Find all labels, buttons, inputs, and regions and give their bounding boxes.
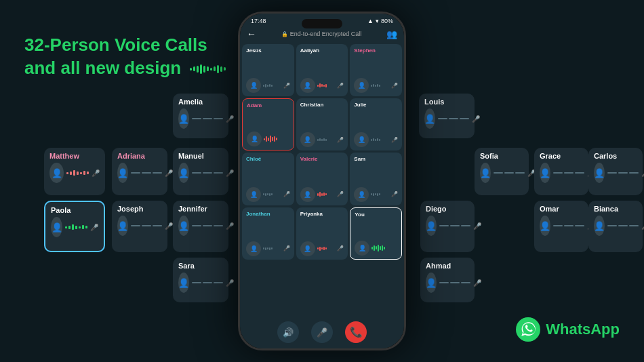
add-participants-icon[interactable]: 👥 xyxy=(386,29,397,39)
phone-frame: 17:48 ▲ ▾ 80% ← 🔒 End-to-end Encrypted C… xyxy=(238,12,406,350)
avatar-priyanka: 👤 xyxy=(300,241,315,256)
mic-icon: 🎤 xyxy=(226,222,234,230)
avatar-christian: 👤 xyxy=(300,132,315,147)
participant-card-valerie: Valerie 👤 🎤 xyxy=(296,153,348,205)
bg-participant-card: Sara👤🎤 xyxy=(173,258,228,302)
bg-participant-name: Manuel xyxy=(178,152,223,160)
whatsapp-brand: WhatsApp xyxy=(516,317,620,342)
bg-participant-card: Joseph👤🎤 xyxy=(112,201,167,252)
bg-participant-name: Diego xyxy=(426,205,469,213)
waveform-adam xyxy=(264,136,289,142)
speaker-button[interactable]: 🔊 xyxy=(277,321,299,343)
participant-name-chloe: Chloé xyxy=(246,156,261,162)
bg-participant-card: Matthew👤🎤 xyxy=(44,148,105,195)
hero-line1: 32-Person Voice Calls xyxy=(24,34,226,57)
bg-participant-card: Sofia👤🎤 xyxy=(475,148,529,195)
hero-waveform xyxy=(190,64,226,74)
bg-participant-card: Paola👤🎤 xyxy=(44,201,105,252)
participant-card-chloe: Chloé 👤 🎤 xyxy=(242,153,294,205)
participant-name-jonathan: Jonathan xyxy=(246,211,270,217)
waveform-valerie xyxy=(317,192,336,197)
mic-icon: 🎤 xyxy=(226,279,234,287)
mic-icon: 🎤 xyxy=(226,169,234,177)
bg-participant-card: Adriana👤🎤 xyxy=(112,148,167,195)
mic-icon: 🎤 xyxy=(165,222,173,230)
mic-icon: 🎤 xyxy=(165,169,173,177)
participant-name-valerie: Valerie xyxy=(300,156,318,162)
bg-participant-name: Grace xyxy=(540,152,583,160)
avatar-aaliyah: 👤 xyxy=(300,78,315,93)
phone-time: 17:48 xyxy=(251,18,266,24)
mic-icon: 🎤 xyxy=(226,115,234,123)
participant-name-aaliyah: Aaliyah xyxy=(300,47,319,54)
waveform-jesus xyxy=(263,84,281,87)
bg-participant-name: Jennifer xyxy=(178,205,223,213)
call-controls: 🔊 🎤 📞 xyxy=(240,316,404,348)
bg-participant-name: Louis xyxy=(424,98,469,106)
lock-icon: 🔒 xyxy=(281,31,288,37)
whatsapp-logo-icon xyxy=(516,317,540,342)
phone-notch xyxy=(302,19,342,28)
participant-card-stephen: Stephen 👤 🎤 xyxy=(350,44,402,96)
bg-participant-name: Ahmad xyxy=(426,262,469,270)
participant-card-christian: Christian 👤 🎤 xyxy=(296,98,348,150)
avatar-julie: 👤 xyxy=(354,132,369,147)
avatar-jesus: 👤 xyxy=(246,78,261,93)
signal-icon: ▲ xyxy=(367,18,374,24)
bg-participant-card: Bianca👤🎤 xyxy=(588,201,643,252)
mic-icon: 🎤 xyxy=(472,115,480,123)
phone-screen: 17:48 ▲ ▾ 80% ← 🔒 End-to-end Encrypted C… xyxy=(240,14,404,348)
mic-icon: 🎤 xyxy=(473,222,481,230)
wifi-icon: ▾ xyxy=(376,18,379,24)
bg-participant-name: Carlos xyxy=(594,152,637,160)
bg-participant-card: Grace👤🎤 xyxy=(534,148,588,195)
end-call-button[interactable]: 📞 xyxy=(345,321,367,343)
bg-participant-name: Sara xyxy=(178,262,223,270)
bg-participant-card: Omar👤🎤 xyxy=(534,201,588,252)
bg-participant-card: Amelia👤🎤 xyxy=(173,94,228,138)
avatar-valerie: 👤 xyxy=(300,187,315,202)
participant-name-you: You xyxy=(355,212,365,218)
participant-card-you: You 👤 xyxy=(350,207,402,260)
mic-icon-sam: 🎤 xyxy=(391,191,398,197)
participant-name-jesus: Jesús xyxy=(246,47,262,54)
waveform-stephen xyxy=(371,84,389,87)
participant-card-adam: Adam 👤 xyxy=(242,98,294,150)
bg-participant-card: Manuel👤🎤 xyxy=(173,148,228,195)
mic-icon-julie: 🎤 xyxy=(391,137,398,143)
mic-icon-chloe: 🎤 xyxy=(283,191,290,197)
participant-name-julie: Julie xyxy=(354,102,366,108)
whatsapp-name: WhatsApp xyxy=(546,321,620,338)
mic-icon-christian: 🎤 xyxy=(337,137,344,143)
bg-participant-card: Jennifer👤🎤 xyxy=(173,201,228,252)
participant-name-sam: Sam xyxy=(354,156,365,162)
mic-icon-jonathan: 🎤 xyxy=(283,245,290,252)
hero-text: 32-Person Voice Calls and all new design xyxy=(24,34,226,80)
call-status-text: End-to-end Encrypted Call xyxy=(290,31,362,37)
avatar-adam: 👤 xyxy=(247,132,262,146)
bg-participant-card: Carlos👤🎤 xyxy=(588,148,643,195)
bg-participant-name: Adriana xyxy=(117,152,162,160)
mic-icon: 🎤 xyxy=(92,169,100,177)
hero-line2: and all new design xyxy=(24,57,226,80)
participant-name-priyanka: Priyanka xyxy=(300,211,323,217)
participant-card-aaliyah: Aaliyah 👤 🎤 xyxy=(296,44,348,96)
avatar-you: 👤 xyxy=(355,241,369,256)
mute-button[interactable]: 🎤 xyxy=(311,321,333,343)
avatar-chloe: 👤 xyxy=(246,187,261,202)
participant-name-stephen: Stephen xyxy=(354,47,376,54)
bg-participant-name: Sofia xyxy=(480,152,523,160)
back-arrow-icon[interactable]: ← xyxy=(247,28,256,39)
waveform-aaliyah xyxy=(317,83,336,87)
bg-participant-name: Amelia xyxy=(178,98,223,106)
mic-icon-jesus: 🎤 xyxy=(283,83,290,89)
status-icons: ▲ ▾ 80% xyxy=(367,18,393,24)
participant-card-jesus: Jesús 👤 🎤 xyxy=(242,44,294,96)
participant-card-jonathan: Jonathan 👤 🎤 xyxy=(242,207,294,260)
participant-grid: Jesús 👤 🎤 Aaliyah 👤 🎤 xyxy=(240,42,404,316)
waveform-chloe xyxy=(263,193,281,196)
waveform-julie xyxy=(371,138,389,141)
bg-participant-card: Louis👤🎤 xyxy=(419,94,475,138)
participant-card-priyanka: Priyanka 👤 🎤 xyxy=(296,207,348,260)
waveform-christian xyxy=(317,138,336,141)
